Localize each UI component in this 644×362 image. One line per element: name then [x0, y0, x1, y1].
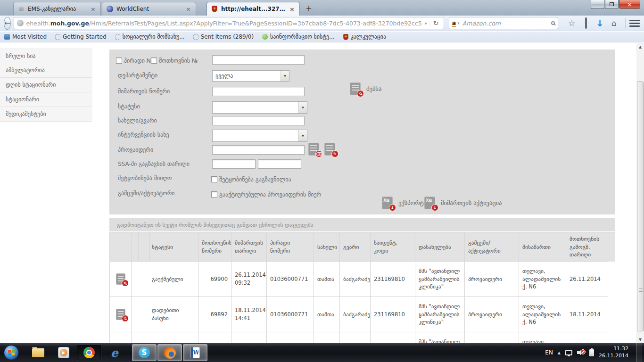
maximize-button[interactable] — [605, 0, 619, 9]
grid-header-org-name[interactable]: დასახელება — [415, 233, 465, 262]
chevron-down-icon[interactable]: ▾ — [281, 71, 289, 81]
grid-header-first-name[interactable]: სახელი — [314, 233, 340, 262]
search-icon[interactable] — [551, 21, 555, 25]
close-button[interactable]: × — [619, 0, 640, 9]
chevron-down-icon[interactable]: ▾ — [298, 102, 307, 113]
status-select[interactable]: ▾ — [212, 101, 307, 114]
taskbar-chrome-button[interactable] — [77, 344, 101, 361]
url-text[interactable]: ehealth.moh.gov.ge/Hmis/ReferralsTest/Pa… — [26, 20, 422, 27]
cell-last-name: ბაძგარაძე — [340, 297, 371, 332]
downloads-icon[interactable]: ↓ — [593, 18, 607, 28]
volume-muted-icon[interactable] — [577, 349, 585, 356]
scroll-down-icon[interactable]: ▼ — [636, 336, 644, 343]
intervention-value — [213, 130, 298, 141]
bookmark-most-visited[interactable]: Most Visited — [0, 32, 51, 42]
grid-header-ident-code[interactable]: საიდენტ. კოდი — [371, 233, 415, 262]
home-icon[interactable]: ⌂ — [607, 18, 621, 28]
language-indicator[interactable]: EN — [545, 349, 553, 356]
battery-icon[interactable] — [589, 349, 594, 356]
url-dropdown-icon[interactable]: ▾ — [422, 21, 430, 26]
taskbar-ie-button[interactable]: e — [102, 344, 127, 361]
bookmark-social-service[interactable]: სოციალური მომსახუ... — [111, 32, 189, 42]
tab-close-icon[interactable]: × — [90, 6, 97, 13]
department-select[interactable]: ყველა ▾ — [212, 70, 289, 82]
tab-ems[interactable]: ✉ EMS-კანცელარია × — [13, 2, 101, 16]
sidebar-item-hospital[interactable]: სტაციონარი — [0, 92, 92, 107]
provider-input[interactable] — [212, 145, 305, 155]
site-identity-icon[interactable] — [17, 20, 24, 26]
tab-close-icon[interactable]: × — [289, 6, 296, 13]
request-no-checkbox[interactable] — [151, 58, 157, 64]
hidden-icons-arrow-icon[interactable]: ▲ — [558, 351, 561, 355]
menu-icon[interactable] — [629, 20, 640, 27]
provider-edit-icon[interactable]: ✎ — [324, 143, 335, 156]
grid-header-status[interactable]: სტატუსი — [149, 233, 198, 262]
chevron-down-icon[interactable]: ▾ — [298, 130, 307, 141]
bookmark-info-system[interactable]: საინფორმაციო სისტე... — [258, 32, 339, 42]
referral-activation-button[interactable]: ↓ მიმართვის აქტივაცია — [424, 197, 502, 209]
notification-sent-checkbox[interactable] — [211, 176, 217, 182]
sidebar-item-day-hospital[interactable]: დღის სტაციონარი — [0, 78, 92, 92]
taskbar-media-player-button[interactable]: ▶ — [51, 344, 76, 361]
cell-personal-no: 01036000771 — [267, 262, 314, 297]
row-view-button[interactable] — [110, 297, 132, 332]
grid-header-sent-date[interactable]: მოთხოვნის გამოგზ. თარიღი — [566, 233, 608, 262]
search-input[interactable] — [462, 20, 551, 27]
bookmark-calculation[interactable]: კალკულაცია — [339, 32, 390, 42]
cell-personal-no: 01036000771 — [267, 332, 314, 343]
taskbar-firefox-button[interactable] — [157, 344, 182, 361]
cell-sent-date: 18.11.2014 — [566, 297, 608, 332]
bookmark-label: Getting Started — [63, 33, 107, 40]
search-button[interactable]: ძებნა — [350, 82, 381, 95]
network-icon[interactable] — [565, 350, 572, 355]
row-view-button[interactable] — [110, 262, 132, 297]
show-desktop-button[interactable] — [636, 343, 642, 362]
bookmarks-menu-icon[interactable] — [579, 18, 593, 28]
personal-no-checkbox[interactable] — [116, 58, 122, 64]
amazon-search-engine-icon[interactable]: a — [452, 20, 456, 27]
grid-header-request-no[interactable]: მოთხოვნის ნომერი — [198, 233, 231, 262]
back-button[interactable]: ← — [4, 17, 11, 30]
number-search-input[interactable] — [212, 55, 305, 65]
grid-header-address[interactable]: მისამართი — [519, 233, 566, 262]
search-engine-dropdown-icon[interactable]: ▾ — [457, 21, 460, 25]
bookmark-sent-items[interactable]: Sent Items (289/0) — [189, 32, 258, 42]
referral-number-input[interactable] — [212, 87, 305, 96]
clock[interactable]: 11:32 26.11.2014 — [599, 346, 631, 360]
grid-header-personal-no[interactable]: პირადი ნომერი — [267, 233, 314, 262]
row-view-button[interactable] — [110, 332, 132, 343]
grid-header-issuer[interactable]: გამცემი/აქტივატორი — [465, 233, 519, 262]
reload-icon[interactable]: ↻ — [430, 19, 442, 27]
default-bookmark-icon — [193, 34, 198, 40]
scroll-up-icon[interactable]: ▲ — [636, 43, 644, 50]
sidebar-item-medications[interactable]: მედიკამენტები — [0, 107, 92, 122]
ssa-date-to-input[interactable] — [258, 159, 301, 169]
taskbar-skype-button[interactable]: S — [132, 344, 157, 361]
start-button[interactable] — [4, 345, 19, 360]
tab-close-icon[interactable]: × — [185, 6, 192, 13]
minimize-button[interactable]: – — [591, 0, 604, 9]
bookmark-star-icon[interactable]: ☆ — [565, 18, 579, 28]
search-bar[interactable]: a ▾ — [449, 17, 558, 29]
cell-status: გაუქმებული — [149, 262, 198, 297]
tab-worldclient[interactable]: WorldClient × — [102, 2, 196, 16]
bookmark-getting-started[interactable]: Getting Started — [51, 32, 111, 42]
export-button[interactable]: ↓ ექსპორტი — [382, 197, 427, 209]
page-scrollbar[interactable]: ▲ ▼ — [636, 43, 644, 343]
tab-ehealth-active[interactable]: http://ehealt...3270bde92cc5 × — [206, 2, 300, 16]
intervention-select[interactable]: ▾ — [212, 130, 307, 142]
name-input[interactable] — [212, 116, 305, 125]
sidebar-item-full-list[interactable]: სრული სია — [0, 49, 92, 63]
sidebar-item-ambulatory[interactable]: ამბულატორია — [0, 63, 92, 78]
taskbar-explorer-button[interactable] — [26, 344, 50, 361]
ssa-date-from-input[interactable] — [212, 159, 256, 169]
scrollbar-thumb[interactable] — [637, 82, 644, 331]
new-tab-button[interactable]: + — [303, 4, 315, 14]
activated-by-provider-checkbox[interactable] — [211, 191, 217, 197]
taskbar: ▶ e S W EN ▲ 11:32 26.11.2014 — [0, 343, 644, 362]
taskbar-word-button[interactable]: W — [183, 344, 207, 361]
provider-clear-icon[interactable]: ⌫ — [308, 143, 319, 156]
grid-header-last-name[interactable]: გვარი — [340, 233, 371, 262]
grid-header-referral-date[interactable]: მიმართვის თარიღი — [231, 233, 267, 262]
url-bar[interactable]: ehealth.moh.gov.ge/Hmis/ReferralsTest/Pa… — [14, 17, 444, 29]
